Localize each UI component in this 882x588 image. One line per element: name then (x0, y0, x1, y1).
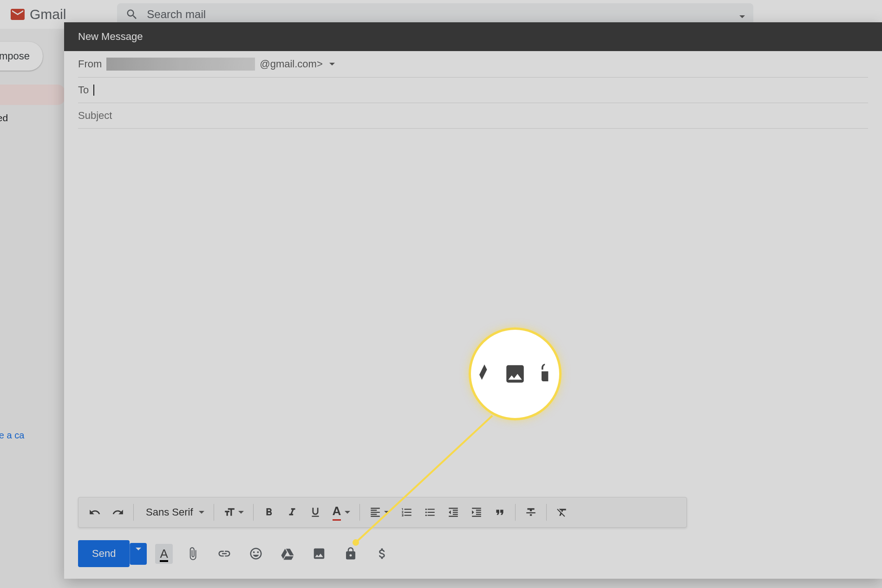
insert-emoji-button[interactable] (244, 542, 268, 565)
from-label: From (78, 58, 102, 70)
compose-window: New Message From @gmail.com> To Sans Ser… (64, 22, 882, 579)
strikethrough-icon (525, 506, 537, 518)
sidebar-item-allmail[interactable]: Mail (0, 201, 65, 221)
from-field-row[interactable]: From @gmail.com> (78, 51, 868, 78)
image-icon (312, 547, 326, 561)
redo-icon (112, 506, 124, 518)
sidebar-item-inbox[interactable]: ox (0, 85, 65, 105)
sidebar-item-snoozed[interactable]: oozed (0, 108, 65, 128)
underline-icon (309, 506, 321, 518)
confidential-icon (344, 547, 358, 561)
compose-title[interactable]: New Message (64, 22, 882, 51)
numbered-list-icon (401, 506, 413, 518)
from-dropdown-icon[interactable] (329, 63, 335, 65)
indent-less-button[interactable] (444, 503, 463, 521)
numbered-list-button[interactable] (397, 503, 417, 521)
bulleted-list-icon (424, 506, 436, 518)
font-size-icon (223, 506, 235, 518)
undo-icon (89, 506, 101, 518)
remove-format-icon (556, 506, 568, 518)
image-icon (503, 362, 527, 385)
link-icon (217, 547, 231, 561)
gmail-logo-icon (9, 6, 26, 23)
to-cursor (93, 85, 94, 96)
from-domain: @gmail.com> (260, 58, 322, 70)
indent-more-icon (470, 506, 483, 518)
to-field-row[interactable]: To (78, 78, 868, 103)
to-label: To (78, 84, 89, 96)
send-button[interactable]: Send (78, 540, 130, 567)
text-color-button[interactable]: A (329, 501, 354, 523)
bold-icon (263, 506, 275, 518)
gmail-logo-text: Gmail (30, 7, 66, 22)
compose-action-bar: Send A (78, 540, 394, 567)
make-call-link[interactable]: Make a ca (0, 425, 65, 445)
gmail-sidebar: mpose ox oozed ats nt afts Mail am ash M… (0, 42, 65, 445)
insert-money-button[interactable] (371, 542, 394, 565)
quote-button[interactable] (490, 503, 510, 521)
italic-button[interactable] (282, 503, 302, 521)
emoji-icon (249, 547, 263, 561)
sidebar-item-spam[interactable]: am (0, 224, 65, 244)
send-options-button[interactable] (130, 543, 147, 565)
redo-button[interactable] (108, 503, 128, 521)
highlight-dot (353, 539, 359, 546)
bulleted-list-button[interactable] (420, 503, 440, 521)
text-color-action-button[interactable]: A (155, 544, 172, 564)
remove-formatting-button[interactable] (552, 503, 572, 521)
insert-link-button[interactable] (213, 542, 236, 565)
insert-image-button[interactable] (307, 542, 331, 565)
insert-drive-button[interactable] (276, 542, 299, 565)
sidebar-item-trash[interactable]: ash (0, 247, 65, 268)
align-button[interactable] (366, 503, 393, 521)
compose-button[interactable]: mpose (0, 42, 43, 71)
indent-less-icon (447, 506, 459, 518)
sidebar-item-sent[interactable]: nt (0, 154, 65, 175)
search-icon (125, 8, 138, 21)
confidential-mode-button[interactable] (339, 542, 362, 565)
font-size-button[interactable] (220, 503, 248, 521)
text-color-icon: A (160, 547, 168, 561)
highlight-callout-circle (469, 327, 562, 420)
attach-icon (186, 547, 200, 561)
attach-file-button[interactable] (181, 542, 204, 565)
from-address-redacted (106, 58, 255, 71)
sidebar-item-drafts[interactable]: afts (0, 177, 65, 198)
align-icon (369, 506, 381, 518)
font-family-dropdown[interactable]: Sans Serif (139, 503, 208, 521)
search-options-icon[interactable] (738, 8, 745, 21)
undo-button[interactable] (85, 503, 105, 521)
formatting-toolbar: Sans Serif A (78, 497, 687, 528)
money-icon (375, 547, 389, 561)
strikethrough-button[interactable] (521, 503, 541, 521)
italic-icon (286, 506, 298, 518)
sidebar-item-chats[interactable]: ats (0, 131, 65, 151)
gmail-logo[interactable]: Gmail (9, 6, 66, 23)
underline-button[interactable] (306, 503, 325, 521)
subject-field-row[interactable] (78, 103, 868, 129)
indent-more-button[interactable] (467, 503, 486, 521)
lock-icon-partial (542, 363, 550, 385)
search-placeholder: Search mail (147, 8, 206, 21)
bold-button[interactable] (259, 503, 279, 521)
subject-input[interactable] (78, 110, 868, 122)
quote-icon (494, 506, 506, 518)
drive-icon-partial (479, 363, 490, 385)
drive-icon (281, 547, 294, 561)
